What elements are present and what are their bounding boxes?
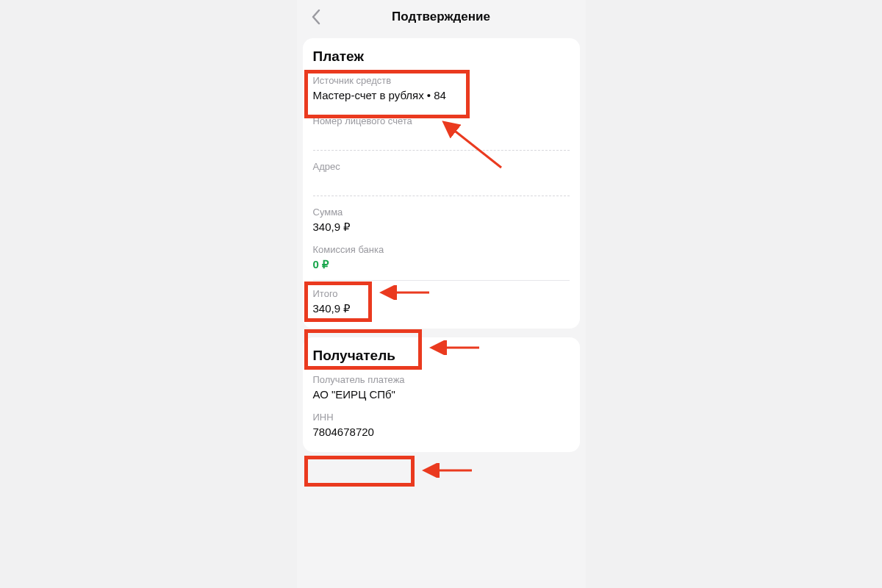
address-label: Адрес [313,161,570,172]
back-button[interactable] [307,8,325,26]
annotation-arrow-recipient [422,463,477,478]
commission-label: Комиссия банка [313,244,570,255]
header: Подтверждение [297,0,586,34]
field-commission: Комиссия банка 0 ₽ [313,244,570,271]
inn-label: ИНН [313,412,570,423]
source-label: Источник средств [313,75,570,86]
source-value: Мастер-счет в рублях • 84 [313,89,570,102]
payment-card: Платеж Источник средств Мастер-счет в ру… [303,38,580,329]
app-screen: Подтверждение Платеж Источник средств Ма… [297,0,586,588]
field-inn: ИНН 7804678720 [313,412,570,439]
recipient-card: Получатель Получатель платежа АО "ЕИРЦ С… [303,337,580,452]
payment-section-title: Платеж [313,49,570,65]
chevron-left-icon [311,9,321,25]
amount-value: 340,9 ₽ [313,220,570,234]
divider-solid [313,280,570,281]
annotation-box-recipient [304,456,415,487]
total-value: 340,9 ₽ [313,302,570,315]
field-amount: Сумма 340,9 ₽ [313,207,570,234]
payee-label: Получатель платежа [313,374,570,385]
recipient-section-title: Получатель [313,348,570,364]
amount-label: Сумма [313,207,570,218]
field-account: Номер лицевого счета [313,115,570,143]
payee-value: АО "ЕИРЦ СПб" [313,388,570,401]
field-address: Адрес [313,161,570,188]
account-label: Номер лицевого счета [313,115,570,126]
commission-value: 0 ₽ [313,258,570,271]
total-label: Итого [313,288,570,299]
field-source: Источник средств Мастер-счет в рублях • … [313,75,570,102]
divider-dashed-2 [313,196,570,196]
divider-dashed [313,150,570,151]
field-total: Итого 340,9 ₽ [313,288,570,315]
inn-value: 7804678720 [313,426,570,439]
address-value [313,175,570,188]
field-payee: Получатель платежа АО "ЕИРЦ СПб" [313,374,570,401]
account-value [313,129,570,143]
page-title: Подтверждение [392,10,490,24]
